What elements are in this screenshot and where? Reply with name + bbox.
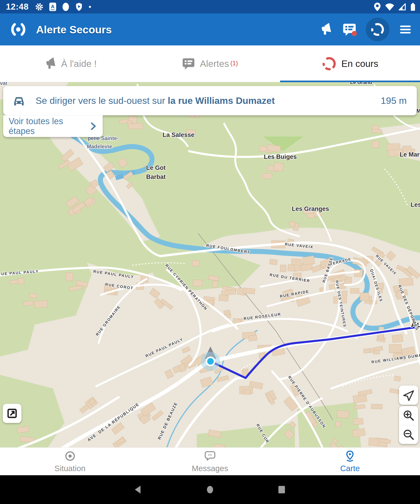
map-label: Les Granges xyxy=(292,205,329,212)
spinner-icon xyxy=(370,22,385,37)
all-steps-label: Voir toutes les étapes xyxy=(9,116,90,136)
map[interactable]: vatLe GrandMpelle Sainte-MadeleineLa Sal… xyxy=(0,82,420,447)
distance-remaining: 195 m xyxy=(381,96,407,106)
map-pin-icon xyxy=(344,450,356,462)
open-external-icon xyxy=(6,407,18,420)
tab-bar: À l'aide ! Alertes(1) En cours xyxy=(0,45,420,82)
chat-list-icon xyxy=(182,57,195,70)
clock: 12:48 xyxy=(6,2,29,12)
megaphone-button[interactable] xyxy=(317,21,334,38)
tab-alerts[interactable]: Alertes(1) xyxy=(140,45,280,82)
bottom-nav: Situation Messages Carte xyxy=(0,447,420,475)
zoom-out-icon xyxy=(402,428,415,441)
android-nav-bar xyxy=(0,475,420,504)
map-label: Le Marc xyxy=(400,151,420,158)
shield-play-icon xyxy=(75,2,83,11)
zoom-in-button[interactable] xyxy=(399,406,418,425)
battery-icon xyxy=(410,2,416,12)
nav-label-messages: Messages xyxy=(192,464,228,473)
spinner-red-icon xyxy=(322,56,337,71)
unread-badge xyxy=(352,31,357,36)
nav-item-carte[interactable]: Carte xyxy=(280,448,420,475)
map-label: La Salesse xyxy=(162,132,194,138)
home-button[interactable] xyxy=(205,484,215,495)
auto-translate-icon: A xyxy=(49,2,56,11)
situation-icon xyxy=(64,450,76,462)
map-label: Les xyxy=(411,201,420,208)
tab-alerts-label: Alertes xyxy=(200,58,229,69)
alerte-secours-logo xyxy=(10,21,27,38)
car-icon xyxy=(12,94,26,108)
recenter-button[interactable] xyxy=(399,385,418,405)
chat-list-icon xyxy=(343,22,357,36)
megaphone-icon xyxy=(319,23,332,36)
nav-item-situation[interactable]: Situation xyxy=(0,448,140,475)
tab-help[interactable]: À l'aide ! xyxy=(0,45,140,82)
app-screen: 12:48 A xyxy=(0,0,420,504)
status-dot-icon xyxy=(89,6,91,8)
megaphone-icon xyxy=(43,57,57,70)
gear-icon xyxy=(35,3,43,11)
tab-current[interactable]: En cours xyxy=(280,45,420,82)
tab-help-label: À l'aide ! xyxy=(61,58,97,69)
notification-dot-icon xyxy=(62,2,69,12)
zoom-out-button[interactable] xyxy=(399,425,418,444)
nav-label-carte: Carte xyxy=(340,464,360,473)
navigation-arrow-icon xyxy=(402,388,415,402)
navigation-instruction-card: Se diriger vers le sud-ouest sur la rue … xyxy=(3,86,417,115)
map-container: vatLe GrandMpelle Sainte-MadeleineLa Sal… xyxy=(0,82,420,447)
wifi-icon xyxy=(385,2,394,12)
map-label: Madeleine xyxy=(87,144,112,150)
zoom-controls xyxy=(399,406,418,444)
map-label: Le Grand xyxy=(350,82,372,85)
signal-icon xyxy=(398,2,406,11)
nav-label-situation: Situation xyxy=(54,464,86,473)
messages-button[interactable] xyxy=(342,21,358,38)
app-bar: Alerte Secours xyxy=(0,13,420,45)
page-title: Alerte Secours xyxy=(36,23,317,36)
map-label: Les Buiges xyxy=(264,153,297,160)
expand-map-button[interactable] xyxy=(3,404,21,423)
map-label: Barbat xyxy=(146,174,166,180)
hamburger-icon xyxy=(399,23,412,36)
ongoing-alert-button[interactable] xyxy=(366,18,390,41)
map-label: Le Got xyxy=(146,164,166,171)
back-button[interactable] xyxy=(133,484,144,495)
alerts-count-badge: (1) xyxy=(230,60,238,67)
tab-current-label: En cours xyxy=(341,58,378,69)
zoom-in-icon xyxy=(402,409,415,422)
recents-button[interactable] xyxy=(276,484,287,495)
chevron-right-icon xyxy=(90,122,97,130)
svg-text:A: A xyxy=(51,3,54,9)
location-status-icon xyxy=(373,2,381,12)
messages-icon xyxy=(204,450,216,462)
map-label: M xyxy=(416,108,420,114)
map-label: vat xyxy=(0,82,7,86)
nav-item-messages[interactable]: Messages xyxy=(140,448,280,475)
all-steps-button[interactable]: Voir toutes les étapes xyxy=(3,115,103,137)
menu-button[interactable] xyxy=(397,21,414,38)
status-bar: 12:48 A xyxy=(0,0,420,13)
instruction-text: Se diriger vers le sud-ouest sur la rue … xyxy=(36,96,381,106)
